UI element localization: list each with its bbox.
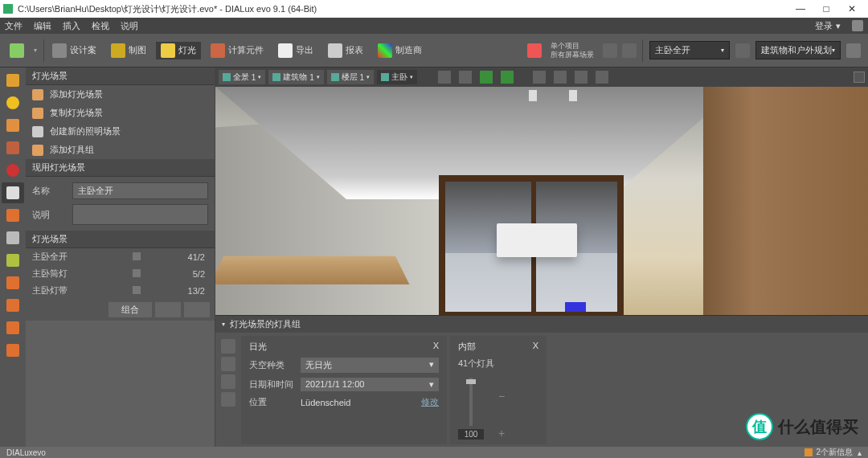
scene-row[interactable]: 主卧筒灯5/2: [26, 265, 215, 282]
location-edit-link[interactable]: 修改: [421, 396, 439, 408]
login-caret-icon[interactable]: ▾: [836, 21, 841, 31]
panel-empty-area: [26, 321, 215, 447]
viewtool-5[interactable]: [533, 71, 546, 84]
menu-insert[interactable]: 插入: [63, 20, 80, 32]
notification-icon[interactable]: [805, 448, 813, 456]
bp-tool-refresh-icon[interactable]: [221, 339, 235, 354]
status-caret-icon[interactable]: ▴: [858, 448, 862, 457]
breadcrumb-room[interactable]: 主卧▾: [377, 70, 417, 84]
vtool-7[interactable]: [2, 205, 24, 226]
breadcrumb-building[interactable]: 建筑物 1▾: [268, 70, 323, 84]
tab-report[interactable]: 报表: [323, 42, 368, 59]
checkbox-icon[interactable]: [133, 269, 141, 277]
menu-file[interactable]: 文件: [5, 20, 23, 32]
panel-header-scenes: 灯光场景: [26, 67, 215, 85]
dimmer-slider[interactable]: [469, 378, 473, 426]
bottom-panel-header[interactable]: ▾灯光场景的灯具组: [215, 316, 868, 333]
render-bed: [215, 256, 409, 284]
viewtool-2[interactable]: [459, 71, 472, 84]
name-input[interactable]: 主卧全开: [72, 182, 208, 199]
scene-row[interactable]: 主卧灯带13/2: [26, 282, 215, 299]
menu-edit[interactable]: 编辑: [34, 20, 51, 32]
tab-manufacturer[interactable]: 制造商: [373, 42, 427, 59]
name-label: 名称: [32, 185, 72, 197]
room-icon: [381, 73, 389, 81]
scene-dropdown[interactable]: 主卧全开▾: [649, 41, 730, 59]
tab-design[interactable]: 设计案: [47, 42, 101, 59]
mid-icon[interactable]: [735, 43, 750, 58]
checkbox-icon[interactable]: [133, 252, 141, 260]
close-group-icon[interactable]: X: [433, 341, 439, 353]
gizmo-icon[interactable]: [565, 302, 586, 312]
breadcrumb-panorama[interactable]: 全景 1▾: [219, 70, 265, 84]
vtool-9[interactable]: [2, 250, 24, 271]
option-a-icon[interactable]: [603, 43, 617, 58]
collapse-caret-icon[interactable]: ▾: [222, 321, 225, 328]
vtool-12[interactable]: [2, 317, 24, 338]
view-toolbar: 全景 1▾ 建筑物 1▾ 楼层 1▾ 主卧▾: [215, 67, 868, 87]
group-button[interactable]: 组合: [108, 302, 152, 317]
action-new-lighting[interactable]: 创建新的照明场景: [26, 122, 215, 141]
dimmer-minus-icon[interactable]: −: [498, 390, 505, 403]
vtool-4[interactable]: [2, 137, 24, 158]
vtool-scene[interactable]: [2, 182, 24, 203]
vtool-1[interactable]: [2, 70, 24, 91]
user-avatar-icon[interactable]: [852, 20, 863, 31]
option-b-icon[interactable]: [622, 43, 637, 58]
vtool-bulb[interactable]: [2, 92, 24, 113]
vtool-11[interactable]: [2, 295, 24, 316]
watermark-text: 什么值得买: [778, 416, 858, 438]
play-single-icon[interactable]: [527, 43, 542, 58]
action-copy-scene[interactable]: 复制灯光场景: [26, 104, 215, 122]
tab-light[interactable]: 灯光: [156, 42, 201, 59]
bp-tool-reset-icon[interactable]: [221, 357, 235, 371]
tab-export[interactable]: 导出: [273, 42, 318, 59]
viewtool-8[interactable]: [596, 71, 608, 84]
vtool-5[interactable]: [2, 160, 24, 181]
save-button[interactable]: [5, 42, 32, 59]
slider-thumb-icon[interactable]: [466, 379, 476, 384]
datetime-dropdown[interactable]: 2021/1/1 12:00▾: [301, 378, 439, 391]
maximize-button[interactable]: □: [813, 3, 839, 14]
panel-toggle-icon[interactable]: [846, 43, 861, 58]
minimize-button[interactable]: —: [788, 3, 813, 14]
drawing-icon: [111, 43, 125, 58]
watermark: 值 什么值得买: [746, 413, 858, 440]
checkbox-icon[interactable]: [133, 286, 141, 294]
scene-row[interactable]: 主卧全开41/2: [26, 248, 215, 265]
dimmer-value[interactable]: 100: [458, 429, 484, 440]
menu-help[interactable]: 说明: [121, 20, 138, 32]
group-button-b: [184, 302, 210, 317]
action-add-scene[interactable]: 添加灯光场景: [26, 85, 215, 104]
viewtool-1[interactable]: [438, 71, 451, 84]
vtool-13[interactable]: [2, 340, 24, 361]
viewtool-4[interactable]: [501, 71, 514, 84]
daylight-group: 日光X 天空种类无日光▾ 日期和时间2021/1/1 12:00▾ 位置Lüde…: [241, 336, 447, 444]
vtool-10[interactable]: [2, 272, 24, 293]
viewport-3d[interactable]: [215, 87, 868, 315]
tab-drawing[interactable]: 制图: [106, 42, 151, 59]
bp-tool-more-icon[interactable]: [221, 392, 235, 407]
tab-calc[interactable]: 计算元件: [206, 42, 268, 59]
close-button[interactable]: ✕: [839, 3, 865, 14]
save-caret-icon[interactable]: ▾: [34, 47, 37, 54]
new-lighting-icon: [32, 126, 43, 137]
login-link[interactable]: 登录: [815, 20, 833, 32]
window-title: C:\Users\BrianHu\Desktop\灯光设计\灯光设计.evo* …: [18, 3, 317, 15]
breadcrumb-floor[interactable]: 楼层 1▾: [327, 70, 374, 84]
close-group-icon[interactable]: X: [533, 341, 538, 353]
viewtool-7[interactable]: [575, 71, 588, 84]
viewtool-6[interactable]: [554, 71, 567, 84]
layout-dropdown[interactable]: 建筑物和户外规划▾: [755, 41, 841, 59]
dimmer-plus-icon[interactable]: +: [498, 427, 505, 440]
vtool-8[interactable]: [2, 227, 24, 248]
vtool-3[interactable]: [2, 115, 24, 136]
action-add-group[interactable]: 添加灯具组: [26, 141, 215, 159]
viewtool-3[interactable]: [480, 71, 493, 84]
menu-view[interactable]: 检视: [92, 20, 109, 32]
status-messages[interactable]: 2个新信息: [816, 447, 853, 458]
desc-input[interactable]: [72, 204, 208, 225]
bp-tool-settings-icon[interactable]: [221, 374, 235, 389]
viewport-expand-icon[interactable]: [854, 72, 865, 83]
sky-dropdown[interactable]: 无日光▾: [301, 358, 439, 373]
